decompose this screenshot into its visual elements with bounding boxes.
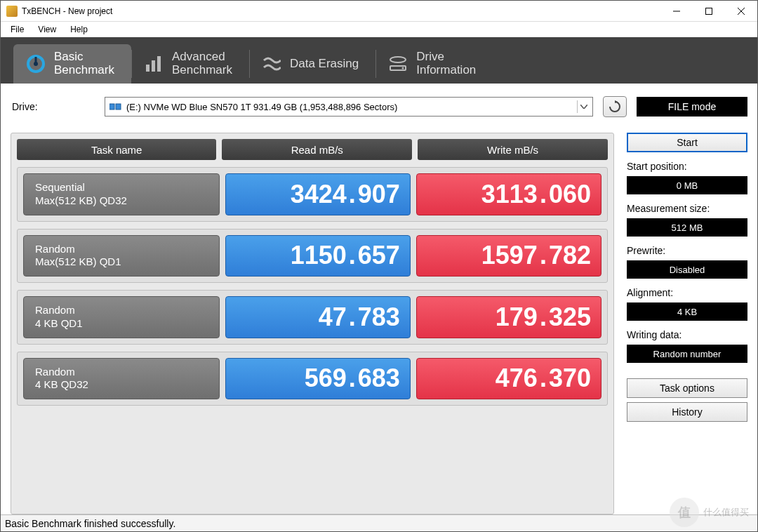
close-button[interactable] bbox=[725, 1, 757, 22]
start-position-value[interactable]: 0 MB bbox=[627, 176, 747, 194]
titlebar: TxBENCH - New project bbox=[1, 1, 757, 22]
refresh-icon bbox=[609, 100, 621, 113]
gauge-icon bbox=[26, 54, 46, 74]
result-row: Random Max(512 KB) QD1 1150.657 1597.782 bbox=[17, 229, 608, 284]
maximize-button[interactable] bbox=[693, 1, 725, 22]
menu-view[interactable]: View bbox=[32, 23, 62, 36]
task-name-line2: Max(512 KB) QD32 bbox=[35, 194, 208, 208]
tab-advanced-benchmark[interactable]: AdvancedBenchmark bbox=[131, 44, 249, 84]
alignment-value[interactable]: 4 KB bbox=[627, 302, 747, 321]
tab-data-erasing[interactable]: Data Erasing bbox=[249, 44, 375, 84]
bars-icon bbox=[144, 54, 164, 74]
svg-rect-1 bbox=[706, 8, 712, 14]
measurement-size-label: Measurement size: bbox=[627, 203, 747, 214]
tab-label: Advanced bbox=[172, 50, 225, 63]
tabstrip: BasicBenchmark AdvancedBenchmark Data Er… bbox=[1, 37, 757, 84]
svg-rect-8 bbox=[152, 60, 155, 72]
results-header: Task name Read mB/s Write mB/s bbox=[17, 139, 608, 160]
result-row: Random 4 KB QD1 47.783 179.325 bbox=[17, 290, 608, 345]
svg-rect-14 bbox=[116, 104, 121, 109]
tab-label: Data Erasing bbox=[290, 57, 359, 70]
refresh-button[interactable] bbox=[603, 96, 627, 117]
tab-label: Benchmark bbox=[172, 63, 232, 77]
task-name-line1: Sequential bbox=[35, 181, 208, 194]
tab-drive-information[interactable]: DriveInformation bbox=[375, 44, 493, 84]
main-row: Task name Read mB/s Write mB/s Sequentia… bbox=[11, 133, 747, 514]
writing-data-value[interactable]: Random number bbox=[627, 345, 747, 363]
write-value: 1597.782 bbox=[416, 235, 601, 277]
measurement-size-value[interactable]: 512 MB bbox=[627, 218, 747, 237]
task-name-line2: 4 KB QD1 bbox=[35, 317, 208, 331]
write-value: 179.325 bbox=[416, 296, 601, 338]
window-title: TxBENCH - New project bbox=[22, 6, 112, 16]
header-write: Write mB/s bbox=[418, 139, 608, 160]
task-options-button[interactable]: Task options bbox=[627, 378, 747, 398]
read-value: 3424.907 bbox=[225, 173, 411, 215]
svg-rect-7 bbox=[146, 65, 149, 72]
header-read: Read mB/s bbox=[222, 139, 412, 160]
status-text: Basic Benchmark finished successfully. bbox=[5, 518, 175, 529]
content: Drive: (E:) NVMe WD Blue SN570 1T 931.49… bbox=[1, 84, 757, 514]
erase-icon bbox=[262, 54, 281, 74]
read-value: 569.683 bbox=[225, 358, 411, 400]
statusbar: Basic Benchmark finished successfully. bbox=[1, 514, 757, 531]
watermark-text: 什么值得买 bbox=[703, 506, 749, 519]
history-button[interactable]: History bbox=[627, 402, 747, 422]
menubar: File View Help bbox=[1, 22, 757, 37]
task-name-cell: Random 4 KB QD1 bbox=[23, 296, 220, 338]
task-name-line1: Random bbox=[35, 366, 208, 379]
task-name-line1: Random bbox=[35, 304, 208, 317]
tab-label: Information bbox=[416, 63, 476, 77]
watermark: 值 什么值得买 bbox=[670, 498, 749, 527]
drive-row: Drive: (E:) NVMe WD Blue SN570 1T 931.49… bbox=[11, 96, 747, 117]
result-row: Sequential Max(512 KB) QD32 3424.907 311… bbox=[17, 167, 608, 222]
svg-point-12 bbox=[402, 67, 404, 69]
read-value: 1150.657 bbox=[225, 235, 411, 277]
minimize-button[interactable] bbox=[660, 1, 693, 22]
read-value: 47.783 bbox=[225, 296, 411, 338]
writing-data-label: Writing data: bbox=[627, 329, 747, 340]
task-name-line2: Max(512 KB) QD1 bbox=[35, 255, 208, 269]
task-name-cell: Random 4 KB QD32 bbox=[23, 358, 220, 400]
tab-label: Basic bbox=[54, 50, 84, 63]
svg-point-10 bbox=[390, 57, 406, 62]
results-panel: Task name Read mB/s Write mB/s Sequentia… bbox=[11, 133, 614, 514]
header-task: Task name bbox=[17, 139, 216, 160]
task-name-cell: Sequential Max(512 KB) QD32 bbox=[23, 173, 220, 215]
drive-icon bbox=[388, 54, 408, 74]
start-button[interactable]: Start bbox=[627, 133, 747, 152]
prewrite-value[interactable]: Disabled bbox=[627, 260, 747, 279]
tab-label: Drive bbox=[416, 50, 444, 63]
alignment-label: Alignment: bbox=[627, 287, 747, 298]
drive-label: Drive: bbox=[11, 101, 95, 112]
drive-select[interactable]: (E:) NVMe WD Blue SN570 1T 931.49 GB (1,… bbox=[105, 97, 593, 117]
menu-help[interactable]: Help bbox=[65, 23, 93, 36]
start-position-label: Start position: bbox=[627, 161, 747, 172]
file-mode-button[interactable]: FILE mode bbox=[637, 97, 747, 117]
chevron-down-icon bbox=[577, 100, 590, 113]
menu-file[interactable]: File bbox=[5, 23, 29, 36]
write-value: 3113.060 bbox=[416, 173, 601, 215]
tab-label: Benchmark bbox=[54, 63, 114, 77]
sidebar: Start Start position: 0 MB Measurement s… bbox=[627, 133, 747, 514]
watermark-glyph: 值 bbox=[670, 498, 699, 527]
tab-basic-benchmark[interactable]: BasicBenchmark bbox=[13, 44, 131, 84]
result-row: Random 4 KB QD32 569.683 476.370 bbox=[17, 352, 608, 406]
prewrite-label: Prewrite: bbox=[627, 245, 747, 256]
disk-icon bbox=[109, 102, 122, 112]
task-name-line2: 4 KB QD32 bbox=[35, 378, 208, 392]
drive-selected-text: (E:) NVMe WD Blue SN570 1T 931.49 GB (1,… bbox=[126, 102, 397, 112]
svg-rect-9 bbox=[157, 56, 161, 72]
task-name-line1: Random bbox=[35, 243, 208, 256]
svg-rect-13 bbox=[109, 104, 114, 109]
app-icon bbox=[6, 6, 18, 17]
svg-point-6 bbox=[34, 62, 38, 66]
write-value: 476.370 bbox=[416, 358, 601, 400]
task-name-cell: Random Max(512 KB) QD1 bbox=[23, 235, 220, 277]
